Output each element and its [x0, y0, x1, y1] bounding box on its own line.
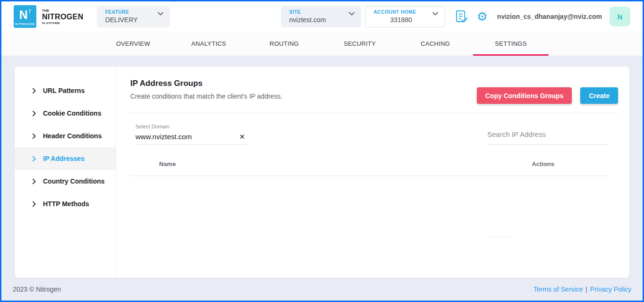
faint-divider [487, 237, 514, 237]
sidebar-item-label: IP Addresses [43, 155, 85, 162]
ip-address-groups-panel: IP Address Groups Create conditions that… [116, 67, 629, 278]
sidebar-item-label: HTTP Methods [43, 200, 89, 208]
page-subtitle: Create conditions that match the client'… [130, 92, 282, 100]
feature-dropdown-text: FEATURE DELIVERY [105, 9, 154, 24]
nitrogen-logo[interactable]: N 7 NITROGEN THE NITROGEN PLATFORM [14, 5, 84, 28]
panel-actions: Copy Conditions Groups Create [477, 87, 618, 104]
sidebar-item-label: URL Patterns [43, 87, 85, 94]
close-icon[interactable]: ✕ [239, 133, 245, 140]
settings-card: URL Patterns Cookie Conditions Header Co… [15, 67, 629, 278]
tab-settings[interactable]: SETTINGS [473, 32, 549, 56]
logo-caption: NITROGEN [15, 23, 34, 25]
search-ip-input[interactable] [487, 130, 609, 138]
privacy-policy-link[interactable]: Privacy Policy [590, 285, 631, 293]
terms-of-service-link[interactable]: Terms of Service [534, 285, 583, 293]
sidebar-item-header-conditions[interactable]: Header Conditions [15, 125, 116, 147]
nav-tabs: OVERVIEW ANALYTICS ROUTING SECURITY CACH… [95, 32, 549, 56]
chevron-right-icon [32, 156, 36, 162]
gear-icon[interactable]: ⚙ [477, 10, 488, 23]
avatar[interactable]: N [610, 7, 630, 26]
sidebar-item-country-conditions[interactable]: Country Conditions [15, 170, 116, 193]
copyright-text: 2023 © Nitrogen [13, 285, 61, 293]
account-home-dropdown[interactable]: ACCOUNT HOME 331880 [365, 6, 445, 27]
copy-conditions-groups-button[interactable]: Copy Conditions Groups [477, 87, 572, 104]
panel-header-text: IP Address Groups Create conditions that… [130, 79, 282, 100]
tab-overview[interactable]: OVERVIEW [95, 32, 171, 56]
tab-routing[interactable]: ROUTING [246, 32, 322, 56]
chevron-right-icon [32, 133, 36, 139]
sidebar-item-ip-addresses[interactable]: IP Addresses [15, 147, 116, 170]
tab-analytics[interactable]: ANALYTICS [171, 32, 246, 56]
account-home-text: ACCOUNT HOME 331880 [374, 9, 429, 24]
create-button[interactable]: Create [580, 87, 618, 104]
active-tab-underline [473, 54, 549, 56]
footer-links: Terms of Service | Privacy Policy [534, 285, 631, 293]
sidebar-item-label: Cookie Conditions [43, 109, 102, 117]
settings-sidebar: URL Patterns Cookie Conditions Header Co… [15, 67, 116, 278]
table-header-divider [130, 176, 609, 176]
page-footer: 2023 © Nitrogen Terms of Service | Priva… [1, 278, 643, 301]
select-domain-value-row: www.nviztest.com ✕ [136, 129, 247, 145]
top-bar: N 7 NITROGEN THE NITROGEN PLATFORM FEATU… [1, 1, 643, 32]
brand-wordmark: THE NITROGEN PLATFORM [42, 9, 84, 25]
filter-row: Select Domain www.nviztest.com ✕ [130, 124, 618, 145]
feature-dropdown[interactable]: FEATURE DELIVERY [97, 6, 170, 27]
column-header-name: Name [159, 160, 176, 168]
chevron-right-icon [32, 178, 36, 185]
sidebar-item-label: Country Conditions [43, 177, 105, 185]
document-check-icon[interactable] [456, 10, 467, 24]
chevron-down-icon [349, 12, 355, 16]
user-email: nvizion_cs_dhananjay@nviz.com [497, 13, 602, 20]
nitrogen-platform-app: N 7 NITROGEN THE NITROGEN PLATFORM FEATU… [0, 0, 644, 302]
tab-caching[interactable]: CACHING [398, 32, 473, 56]
site-dropdown[interactable]: SITE nviztest.com [281, 6, 361, 27]
avatar-initial: N [618, 13, 623, 21]
logo-symbol: N 7 [19, 9, 31, 21]
logo-badge: N 7 NITROGEN [14, 5, 36, 28]
panel-header: IP Address Groups Create conditions that… [130, 79, 618, 104]
chevron-right-icon [32, 110, 36, 117]
header-divider [130, 113, 618, 113]
select-domain-value: www.nviztest.com [136, 133, 192, 141]
page-title: IP Address Groups [130, 79, 282, 88]
select-domain-field[interactable]: Select Domain www.nviztest.com ✕ [136, 124, 247, 145]
site-dropdown-text: SITE nviztest.com [289, 9, 345, 24]
column-header-actions: Actions [532, 160, 554, 168]
ip-groups-table: Name Actions [130, 160, 609, 176]
sidebar-item-url-patterns[interactable]: URL Patterns [15, 79, 116, 102]
sidebar-item-cookie-conditions[interactable]: Cookie Conditions [15, 102, 116, 125]
chevron-down-icon [158, 12, 163, 16]
chevron-right-icon [32, 201, 36, 207]
sidebar-item-http-methods[interactable]: HTTP Methods [15, 193, 116, 215]
nav-tab-bar: OVERVIEW ANALYTICS ROUTING SECURITY CACH… [1, 32, 643, 56]
tab-security[interactable]: SECURITY [322, 32, 398, 56]
sidebar-item-label: Header Conditions [43, 132, 102, 140]
search-ip-field [487, 130, 609, 145]
link-separator: | [585, 285, 587, 293]
page-content: URL Patterns Cookie Conditions Header Co… [1, 56, 643, 278]
select-domain-label: Select Domain [136, 124, 247, 129]
chevron-down-icon [432, 12, 438, 16]
chevron-right-icon [32, 88, 36, 94]
table-header-row: Name Actions [130, 160, 609, 176]
